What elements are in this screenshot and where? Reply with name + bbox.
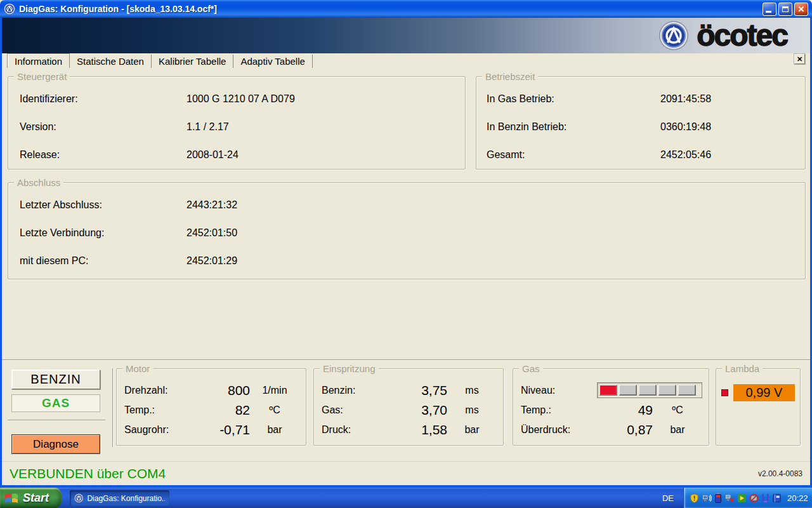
gas-level-segment bbox=[619, 385, 637, 396]
group-rows: Identifizierer: 1000 G 1210 07 A D079 Ve… bbox=[8, 77, 465, 169]
group-title: Motor bbox=[122, 363, 153, 374]
measure-value: 1,58 bbox=[384, 422, 447, 438]
status-bar: VERBUNDEN über COM4 v2.00.4-0083 bbox=[2, 461, 810, 485]
window-title: DiagGas: Konfiguration - [skoda_13.03.14… bbox=[19, 4, 759, 14]
info-row: Gesamt: 2452:05:46 bbox=[476, 141, 805, 169]
window-controls: ✕ bbox=[763, 3, 808, 16]
taskbar-clock[interactable]: 20:22 bbox=[787, 493, 808, 503]
brand-name: öcotec bbox=[697, 20, 787, 51]
measure-label: Drehzahl: bbox=[123, 385, 187, 396]
field-label: Letzte Verbindung: bbox=[20, 227, 187, 239]
battery-icon[interactable] bbox=[714, 493, 722, 504]
measure-label: Druck: bbox=[320, 424, 384, 436]
measure-unit: bar bbox=[653, 424, 702, 436]
taskbar: Start DiagGas: Konfiguratio... DE bbox=[0, 488, 812, 508]
gas-level-segment bbox=[639, 385, 657, 396]
measure-label: Temp.: bbox=[123, 404, 187, 416]
info-row: Identifizierer: 1000 G 1210 07 A D079 bbox=[8, 85, 465, 113]
app-icon bbox=[74, 493, 83, 503]
brand-logo: öcotec bbox=[658, 20, 787, 51]
start-label: Start bbox=[23, 491, 49, 505]
address-book-icon[interactable] bbox=[772, 493, 782, 504]
panel-divider bbox=[2, 359, 810, 361]
field-value: 2443:21:32 bbox=[187, 199, 237, 211]
group-abschluss: Abschluss Letzter Abschluss: 2443:21:32 … bbox=[8, 182, 806, 279]
network-error-icon[interactable] bbox=[724, 493, 735, 504]
benzin-button[interactable]: BENZIN bbox=[11, 370, 100, 389]
tab-close-button[interactable]: ✕ bbox=[794, 54, 805, 64]
measure-label: Benzin: bbox=[320, 385, 384, 396]
taskbar-item-diaggas[interactable]: DiagGas: Konfiguratio... bbox=[70, 490, 169, 506]
close-button[interactable]: ✕ bbox=[794, 3, 808, 16]
minimize-button[interactable] bbox=[763, 3, 776, 16]
info-row: Version: 1.1 / 2.17 bbox=[8, 113, 465, 141]
gas-level-segment bbox=[658, 385, 676, 396]
measure-row: Temp.: 82 ºC bbox=[123, 400, 299, 420]
usb-device-icon[interactable] bbox=[761, 493, 769, 504]
field-label: In Gas Betrieb: bbox=[487, 93, 660, 105]
group-title: Lambda bbox=[722, 363, 763, 374]
measure-row: Temp.: 49 ºC bbox=[520, 400, 702, 420]
info-row: Release: 2008-01-24 bbox=[8, 141, 465, 169]
gas-level-indicator bbox=[597, 382, 702, 398]
measure-row: Saugrohr: -0,71 bar bbox=[123, 420, 299, 439]
field-value: 1.1 / 2.17 bbox=[187, 121, 229, 133]
lambda-value: 0,99 V bbox=[733, 384, 795, 401]
header-band: öcotec bbox=[2, 18, 810, 53]
group-rows: Niveau: Temp.: 49 ºC Überdruck: 0,87 bar bbox=[513, 369, 709, 439]
info-row: Letzter Abschluss: 2443:21:32 bbox=[8, 191, 805, 219]
tab-adaptiv-tabelle[interactable]: Adaptiv Tabelle bbox=[233, 55, 312, 68]
group-motor: Motor Drehzahl: 800 1/min Temp.: 82 ºC S… bbox=[116, 368, 306, 446]
info-row: Letzte Verbindung: 2452:01:50 bbox=[8, 219, 805, 247]
tab-information[interactable]: Information bbox=[7, 53, 70, 68]
info-row: In Benzin Betrieb: 0360:19:48 bbox=[476, 113, 805, 141]
field-value: 0360:19:48 bbox=[660, 121, 711, 133]
measure-unit: bar bbox=[447, 424, 497, 436]
field-value: 2452:01:29 bbox=[187, 255, 237, 267]
system-tray: 20:22 bbox=[683, 488, 812, 508]
app-version: v2.00.4-0083 bbox=[758, 469, 802, 478]
field-value: 2008-01-24 bbox=[187, 149, 239, 161]
start-button[interactable]: Start bbox=[0, 488, 62, 508]
group-rows: Benzin: 3,75 ms Gas: 3,70 ms Druck: 1,58… bbox=[314, 369, 503, 439]
field-label: Version: bbox=[20, 121, 187, 133]
wireless-monitor-icon[interactable] bbox=[702, 493, 712, 504]
measure-value: 800 bbox=[187, 383, 250, 398]
measure-label: Niveau: bbox=[520, 385, 555, 396]
language-indicator[interactable]: DE bbox=[657, 491, 679, 505]
group-gas: Gas Niveau: Temp.: 49 ºC Überdruck: 0,8 bbox=[513, 368, 709, 446]
gas-level-segment bbox=[599, 385, 617, 396]
field-label: Letzter Abschluss: bbox=[20, 199, 187, 211]
measure-value: 82 bbox=[187, 403, 250, 418]
group-title: Steuergerät bbox=[14, 71, 70, 82]
window-border-left bbox=[0, 18, 2, 488]
connection-status: VERBUNDEN über COM4 bbox=[10, 466, 166, 481]
gas-button[interactable]: GAS bbox=[11, 394, 100, 412]
gas-level-segment bbox=[678, 385, 696, 396]
group-rows: In Gas Betrieb: 2091:45:58 In Benzin Bet… bbox=[476, 77, 805, 169]
minimize-icon bbox=[766, 11, 771, 13]
diagnose-button[interactable]: Diagnose bbox=[11, 434, 100, 454]
field-value: 2452:05:46 bbox=[660, 149, 711, 161]
blocked-device-icon[interactable] bbox=[749, 493, 759, 504]
taskbar-item-label: DiagGas: Konfiguratio... bbox=[87, 494, 165, 503]
security-shield-icon[interactable] bbox=[690, 493, 699, 504]
field-value: 2091:45:58 bbox=[660, 93, 711, 105]
info-row: In Gas Betrieb: 2091:45:58 bbox=[476, 85, 805, 113]
media-player-icon[interactable] bbox=[737, 493, 747, 504]
tab-statische-daten[interactable]: Statische Daten bbox=[70, 55, 152, 68]
ocotec-ring-icon bbox=[658, 20, 689, 51]
field-label: In Benzin Betrieb: bbox=[487, 121, 660, 133]
info-row: mit diesem PC: 2452:01:29 bbox=[8, 247, 805, 275]
measure-unit: bar bbox=[250, 424, 299, 436]
measure-value: -0,71 bbox=[187, 422, 250, 438]
measure-row: Drehzahl: 800 1/min bbox=[123, 380, 299, 400]
maximize-button[interactable] bbox=[778, 3, 792, 16]
measure-unit: ms bbox=[447, 404, 497, 416]
windows-flag-icon bbox=[4, 491, 18, 504]
measure-label: Saugrohr: bbox=[123, 424, 187, 436]
measure-row: Überdruck: 0,87 bar bbox=[520, 420, 702, 439]
measure-value: 3,70 bbox=[384, 403, 447, 418]
measure-row: Benzin: 3,75 ms bbox=[320, 380, 497, 400]
tab-kalibrier-tabelle[interactable]: Kalibrier Tabelle bbox=[152, 55, 233, 68]
